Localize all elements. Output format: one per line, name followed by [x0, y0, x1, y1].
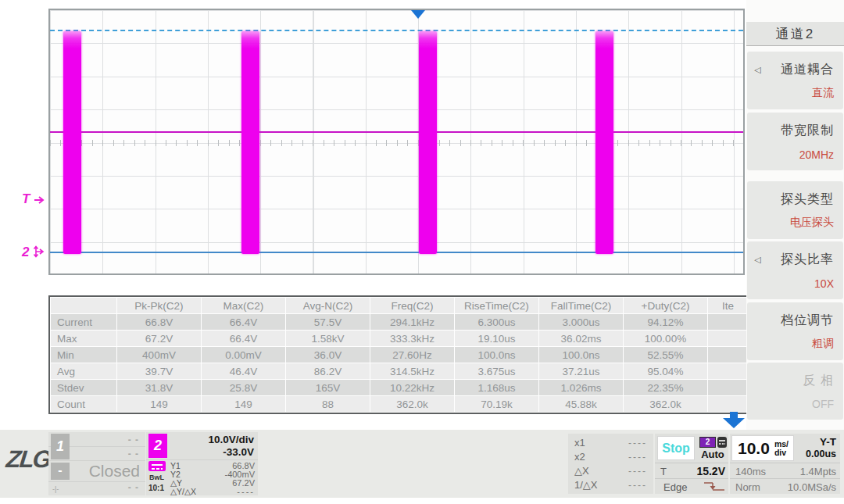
sample-rate: 10.0MSa/s [788, 481, 836, 493]
trigger-position-marker[interactable] [411, 10, 425, 19]
ch1-value: - - [128, 434, 139, 445]
acquire-mode: Norm [735, 481, 760, 493]
timebase-scale-box[interactable]: 10.0 ms/div [731, 435, 794, 461]
time-span: 140ms [735, 466, 766, 477]
menu-item-label: 档位调节 [781, 313, 834, 329]
trace-baseline [50, 131, 743, 133]
pulse [419, 31, 437, 254]
menu-item-value: 20MHz [799, 148, 834, 161]
menu-item-label: 带宽限制 [781, 123, 834, 139]
timebase-unit: ms/div [774, 440, 789, 457]
cursor-x1-label: x1 [574, 437, 585, 449]
channel2-ground-marker[interactable]: 2 [22, 245, 46, 259]
menu-item-label: 通道耦合 [781, 62, 834, 78]
table-row: Min400mV0.00mV36.0V27.60Hz100.0ns100.0ns… [51, 347, 748, 363]
dc-coupling-icon [148, 461, 166, 471]
oscilloscope-screen: T 2 Pk-Pk(C2)Max(C2)Avg-N(C2)Freq(C2)Ris… [0, 0, 844, 504]
menu-title: 通道2 [746, 22, 844, 46]
trigger-status-box: Stop 2 Auto T 15.2V Edge [655, 434, 728, 494]
cursor-dx-label: △X [574, 465, 589, 477]
menu-item-value: 粗调 [812, 337, 834, 351]
volts-per-div: 10.0V/div [208, 434, 254, 445]
trigger-coupling-icon [717, 437, 727, 448]
menu-item-value: OFF [812, 398, 834, 410]
trigger-type: Edge [663, 481, 687, 493]
table-row: Avg39.7V46.4V86.2V314.5kHz3.675us37.21us… [51, 363, 748, 379]
trigger-delay: 0.00us [806, 449, 836, 459]
menu-item-probe-type[interactable]: 探头类型 电压探头 [747, 181, 843, 239]
channel1-info-box[interactable]: 1 - - - - - Closed -|- - - [48, 432, 145, 495]
channel1-offset-badge: - [51, 463, 70, 480]
menu-item-gear-adjust[interactable]: 档位调节 粗调 [747, 302, 843, 360]
cursor-1dx-value: ---- [628, 480, 647, 491]
display-mode: Y-T [820, 436, 836, 448]
cursor-y1-line[interactable] [50, 30, 743, 31]
ch1-value: - - [128, 482, 139, 493]
measurement-table: Pk-Pk(C2)Max(C2)Avg-N(C2)Freq(C2)RiseTim… [48, 295, 750, 414]
right-arrow-icon [34, 195, 46, 205]
center-axis-ticks [50, 140, 743, 146]
scroll-down-arrow-icon[interactable] [723, 412, 745, 428]
level-arrow-icon [33, 245, 46, 258]
pulse [63, 31, 81, 254]
channel2-info-box[interactable]: 2 10.0V/div -33.0V BwL 10:1 Y1 66.8V Y2 … [146, 432, 258, 495]
cursor-y2-line[interactable] [50, 252, 743, 253]
menu-item-value: 直流 [812, 86, 834, 100]
timebase-scale: 10.0 [738, 439, 770, 458]
memory-depth: 1.4Mpts [800, 466, 836, 477]
timebase-box: 10.0 ms/div Y-T 0.00us 140ms 1.4Mpts Nor… [730, 434, 840, 494]
acquisition-status[interactable]: Stop [657, 436, 695, 460]
channel-menu-sidebar: 通道2 ◁ 通道耦合 直流 带宽限制 20MHz 探头类型 电压探头 ◁ 探头比… [746, 0, 844, 431]
table-row: Current66.8V66.4V57.5V294.1kHz6.300us3.0… [51, 314, 748, 330]
menu-item-label: 探头比率 [781, 252, 834, 268]
probe-icon: -|- [52, 485, 59, 493]
cursor-x2-value: ---- [628, 452, 647, 463]
channel-offset: -33.0V [223, 446, 254, 458]
trigger-level-label: T [22, 191, 30, 206]
cursor-value: ---- [237, 487, 255, 496]
table-row: Count14914988362.0k70.19k45.88k362.0k [51, 396, 748, 412]
falling-edge-icon [703, 481, 726, 495]
pulse [241, 31, 259, 254]
trigger-mode: Auto [698, 449, 728, 460]
menu-item-label: 探头类型 [781, 191, 834, 208]
channel-marker-label: 2 [22, 245, 29, 259]
cursor-label: △Y/△X [170, 487, 196, 496]
pulse [595, 31, 613, 254]
cursor-x2-label: x2 [574, 451, 585, 463]
chevron-left-icon: ◁ [754, 65, 760, 75]
cursor-x1-value: ---- [628, 438, 647, 449]
status-bar: ZLG® 1 - - - - - Closed -|- - - 2 10.0V/… [0, 430, 844, 498]
menu-item-probe-ratio[interactable]: ◁ 探头比率 10X [747, 241, 843, 299]
probe-ratio-flag: 10:1 [148, 484, 164, 492]
table-header-row: Pk-Pk(C2)Max(C2)Avg-N(C2)Freq(C2)RiseTim… [51, 298, 748, 313]
menu-item-invert: 反 相 OFF [747, 363, 843, 420]
cursor-readout-box: x1 ---- x2 ---- △X ---- 1/△X ---- [568, 434, 653, 494]
table-row: Stdev31.8V25.8V165V10.22kHz1.168us1.026m… [51, 380, 748, 395]
cursor-1dx-label: 1/△X [574, 479, 598, 491]
trigger-level-marker[interactable]: T [22, 192, 46, 206]
menu-item-label: 反 相 [803, 373, 834, 389]
menu-item-bandwidth[interactable]: 带宽限制 20MHz [747, 113, 843, 170]
menu-item-value: 电压探头 [790, 216, 834, 230]
ch1-value: - - [128, 449, 139, 459]
cursor-dx-value: ---- [628, 466, 647, 477]
channel2-badge: 2 [148, 434, 167, 458]
trigger-level-label: T [660, 466, 667, 477]
channel1-badge: 1 [51, 434, 70, 459]
trigger-source-badge: 2 [699, 437, 716, 448]
menu-item-value: 10X [814, 277, 834, 290]
menu-item-coupling[interactable]: ◁ 通道耦合 直流 [747, 52, 843, 109]
chevron-left-icon: ◁ [754, 255, 760, 265]
bandwidth-limit-flag: BwL [149, 474, 164, 481]
table-row: Max67.2V66.4V1.58kV333.3kHz19.10us36.02m… [51, 331, 748, 346]
trigger-level-value: 15.2V [696, 465, 725, 477]
channel1-state: Closed [89, 462, 140, 481]
waveform-display [48, 9, 745, 275]
